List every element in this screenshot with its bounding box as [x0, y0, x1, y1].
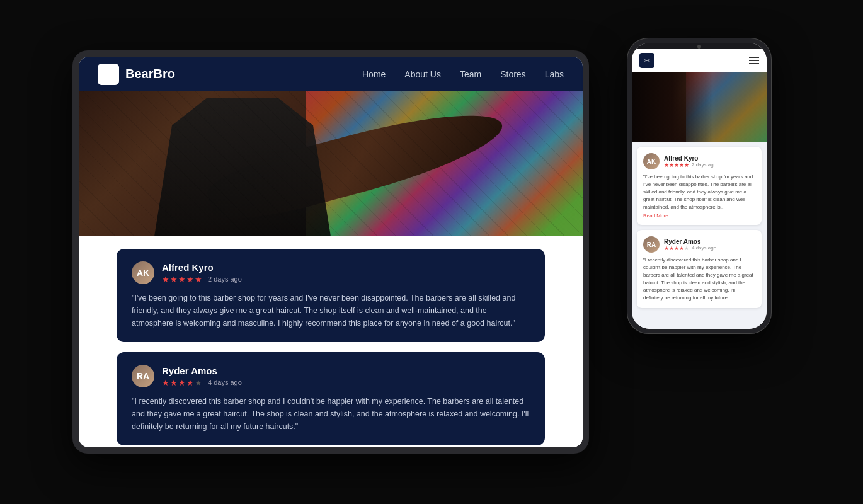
reviewer-info-1: Alfred Kyro ★★★★★ 2 days ago — [162, 262, 530, 284]
brand-name: BearBro — [125, 67, 175, 81]
phone-brand-logo: ✂ — [639, 53, 654, 68]
nav-stores[interactable]: Stores — [500, 69, 525, 79]
phone-avatar-2: RA — [643, 236, 660, 253]
phone-hero-dark — [632, 72, 712, 142]
phone-read-more-1[interactable]: Read More — [643, 213, 755, 219]
phone-reviewer-name-1: Alfred Kyro — [664, 155, 716, 162]
reviewer-name-2: Ryder Amos — [162, 365, 530, 376]
tablet-device: ✂ BearBro Home About Us Team Stores Labs — [72, 50, 589, 454]
reviewer-name-1: Alfred Kyro — [162, 262, 530, 273]
phone-notch — [632, 43, 767, 49]
phone-logo-icon: ✂ — [644, 57, 650, 65]
scene: ✂ BearBro Home About Us Team Stores Labs — [54, 25, 809, 479]
review-header-2: RA Ryder Amos ★★★★★ 4 days ago — [132, 365, 530, 387]
nav-home[interactable]: Home — [362, 69, 386, 79]
phone-reviews: AK Alfred Kyro ★★★★★ 2 days ago "I've be… — [632, 142, 767, 329]
phone-review-card-2: RA Ryder Amos ★★★★★ 4 days ago — [637, 230, 762, 308]
stars-1: ★★★★★ — [162, 275, 203, 284]
tablet-screen: ✂ BearBro Home About Us Team Stores Labs — [79, 57, 583, 447]
avatar-1: AK — [132, 261, 154, 284]
nav-labs[interactable]: Labs — [545, 69, 564, 79]
phone-reviewer-name-2: Ryder Amos — [664, 238, 716, 245]
review-time-2: 4 days ago — [208, 379, 242, 386]
review-header-1: AK Alfred Kyro ★★★★★ 2 days ago — [132, 261, 530, 284]
phone-stars-time-2: ★★★★★ 4 days ago — [664, 245, 716, 251]
phone-screen: ✂ AK — [632, 43, 767, 329]
review-card-1: AK Alfred Kyro ★★★★★ 2 days ago "I've be… — [117, 249, 545, 342]
phone-stars-time-1: ★★★★★ 2 days ago — [664, 162, 716, 168]
phone-review-header-2: RA Ryder Amos ★★★★★ 4 days ago — [643, 236, 755, 253]
review-text-2: "I recently discovered this barber shop … — [132, 395, 530, 433]
phone-hamburger-button[interactable] — [749, 57, 759, 64]
reviewer-info-2: Ryder Amos ★★★★★ 4 days ago — [162, 365, 530, 387]
phone-hero — [632, 72, 767, 142]
navbar-nav: Home About Us Team Stores Labs — [362, 69, 564, 79]
nav-about[interactable]: About Us — [404, 69, 441, 79]
phone-reviewer-info-1: Alfred Kyro ★★★★★ 2 days ago — [664, 155, 716, 168]
stars-2: ★★★★★ — [162, 378, 203, 387]
phone-review-header-1: AK Alfred Kyro ★★★★★ 2 days ago — [643, 153, 755, 169]
brand: ✂ BearBro — [98, 64, 175, 85]
phone-review-text-1: "I've been going to this barber shop for… — [643, 173, 755, 211]
phone-navbar: ✂ — [632, 49, 767, 72]
phone-time-2: 4 days ago — [692, 245, 716, 251]
avatar-2: RA — [132, 365, 154, 387]
graffiti-overlay — [79, 91, 583, 236]
review-card-2: RA Ryder Amos ★★★★★ 4 days ago — [117, 352, 545, 445]
nav-team[interactable]: Team — [460, 69, 481, 79]
review-text-1: "I've been going to this barber shop for… — [132, 292, 530, 329]
stars-time-1: ★★★★★ 2 days ago — [162, 275, 530, 284]
reviews-section: AK Alfred Kyro ★★★★★ 2 days ago "I've be… — [79, 236, 583, 447]
hero-image — [79, 91, 583, 236]
phone-reviewer-info-2: Ryder Amos ★★★★★ 4 days ago — [664, 238, 716, 251]
review-time-1: 2 days ago — [208, 275, 242, 283]
phone-review-card-1: AK Alfred Kyro ★★★★★ 2 days ago "I've be… — [637, 147, 762, 225]
phone-review-text-2: "I recently discovered this barber shop … — [643, 256, 755, 302]
stars-time-2: ★★★★★ 4 days ago — [162, 378, 530, 387]
phone-stars-1: ★★★★★ — [664, 162, 689, 168]
phone-camera-dot — [697, 45, 701, 49]
phone-avatar-1: AK — [643, 153, 660, 169]
brand-logo-icon: ✂ — [98, 64, 119, 85]
phone-device: ✂ AK — [627, 38, 772, 334]
phone-stars-2: ★★★★★ — [664, 245, 689, 251]
phone-time-1: 2 days ago — [692, 162, 716, 168]
navbar: ✂ BearBro Home About Us Team Stores Labs — [79, 57, 583, 91]
